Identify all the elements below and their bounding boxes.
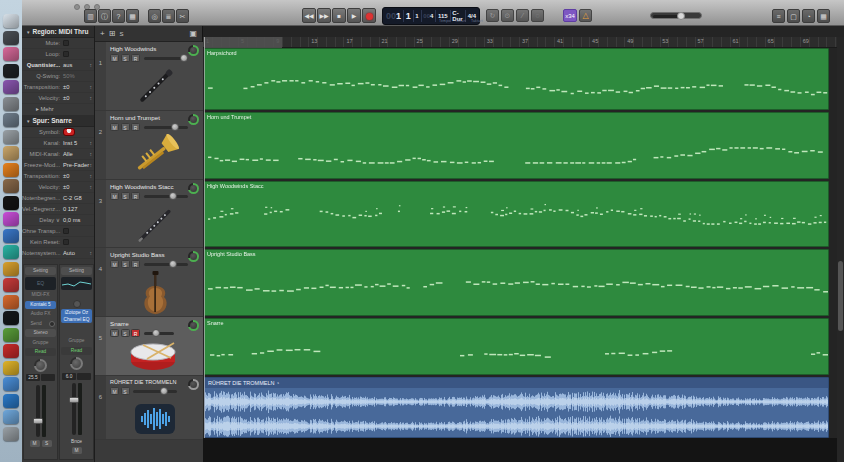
- dock-app-icon[interactable]: [3, 31, 19, 45]
- inspector-row[interactable]: Symbol:: [22, 127, 94, 138]
- region-harpsichord[interactable]: Harpsichord: [204, 48, 829, 110]
- volume-fader[interactable]: [36, 385, 40, 437]
- track-header-2[interactable]: 2 Horn und Trumpet M S R: [95, 111, 203, 180]
- inspector-row[interactable]: Notenbegren...C-2 G8: [22, 193, 94, 204]
- rewind-button[interactable]: ◀◀: [302, 8, 316, 23]
- fader-thumb[interactable]: [33, 418, 43, 424]
- solo-mode-icon[interactable]: ⁄: [516, 9, 529, 22]
- region-snarre[interactable]: Snarre: [204, 318, 829, 375]
- dock-app-icon[interactable]: [3, 196, 19, 210]
- checkbox[interactable]: [63, 40, 69, 46]
- dock-app-icon[interactable]: [3, 130, 19, 144]
- mute-button[interactable]: M: [110, 387, 119, 395]
- strip-solo-button[interactable]: S: [42, 440, 52, 447]
- track-name[interactable]: High Woodwinds Stacc: [106, 180, 184, 190]
- track-symbol-thumbnail[interactable]: [63, 128, 75, 136]
- group-slot[interactable]: Gruppe: [61, 337, 92, 345]
- inspector-row[interactable]: Mute:: [22, 38, 94, 49]
- track-pan-knob[interactable]: [188, 114, 199, 125]
- track-volume-slider[interactable]: [144, 57, 188, 60]
- dock-app-icon[interactable]: [3, 394, 19, 408]
- editors-icon[interactable]: ✂: [176, 9, 189, 23]
- dock-app-icon[interactable]: [3, 163, 19, 177]
- track-name[interactable]: Snarre: [106, 317, 184, 327]
- inspector-row[interactable]: Quantisier...aus↕: [22, 60, 94, 71]
- inspector-row[interactable]: Notensystem...Auto↕: [22, 248, 94, 259]
- dock-app-icon[interactable]: [3, 361, 19, 375]
- inspector-more-row[interactable]: ▸ Mehr: [22, 104, 94, 115]
- macos-dock[interactable]: [0, 0, 22, 462]
- setting-button[interactable]: Setting: [25, 267, 56, 275]
- record-enable-button[interactable]: R: [131, 329, 140, 337]
- stepper-icon[interactable]: ↕: [90, 250, 93, 256]
- dock-app-icon[interactable]: [3, 377, 19, 391]
- fader-thumb[interactable]: [69, 397, 79, 403]
- eq-display[interactable]: EQ: [25, 277, 56, 290]
- track-name[interactable]: Upright Studio Bass: [106, 248, 184, 258]
- close-button[interactable]: [74, 4, 80, 10]
- checkbox[interactable]: [63, 51, 69, 57]
- inspector-row-value[interactable]: 0 127: [63, 206, 78, 212]
- inspector-row[interactable]: MIDI-Kanal:Alle↕: [22, 149, 94, 160]
- inspector-row[interactable]: Q-Swing:50%: [22, 71, 94, 82]
- strip-mute-button[interactable]: M: [30, 440, 40, 447]
- inspector-row-value[interactable]: ±0: [63, 95, 69, 101]
- duplicate-track-button[interactable]: ⊞: [109, 29, 116, 38]
- dock-app-icon[interactable]: [3, 328, 19, 342]
- mute-button[interactable]: M: [110, 54, 119, 62]
- record-enable-button[interactable]: R: [131, 123, 140, 131]
- track-header-6[interactable]: 6 RÜHRET DIE TROMMELN M S: [95, 376, 203, 440]
- list-editors-icon[interactable]: ≡: [772, 9, 785, 23]
- track-pan-knob[interactable]: [188, 320, 199, 331]
- mute-button[interactable]: M: [110, 123, 119, 131]
- bar-ruler[interactable]: 15913172125293337414549535761656973: [203, 37, 844, 48]
- checkbox[interactable]: [63, 239, 69, 245]
- metronome-icon[interactable]: △: [579, 9, 592, 22]
- track-volume-slider[interactable]: [144, 126, 188, 129]
- region-horn-und-trumpet[interactable]: Horn und Trumpet: [204, 112, 829, 179]
- stepper-icon[interactable]: ↕: [90, 62, 93, 68]
- inspector-row[interactable]: Transposition:±0↕: [22, 171, 94, 182]
- inspector-row[interactable]: Kein Reset:: [22, 237, 94, 248]
- count-in-badge[interactable]: x34: [563, 9, 577, 22]
- record-button[interactable]: [362, 8, 376, 23]
- inspector-row[interactable]: Kanal:Inst 5↕: [22, 138, 94, 149]
- automation-mode-button[interactable]: Read: [25, 348, 56, 356]
- setting-button[interactable]: Setting: [61, 267, 92, 275]
- volume-fader[interactable]: [72, 383, 76, 435]
- dock-app-icon[interactable]: [3, 113, 19, 127]
- output-slot[interactable]: Stereo: [25, 329, 56, 337]
- inspector-row-value[interactable]: ±0: [63, 184, 69, 190]
- plugin-slot[interactable]: iZotope OzChannel EQ: [61, 309, 92, 323]
- volume-value[interactable]: 6.0: [62, 373, 76, 380]
- inspector-row[interactable]: Velocity:±0↕: [22, 93, 94, 104]
- eq-display[interactable]: [61, 277, 92, 290]
- instrument-slot[interactable]: Kontakt 5: [25, 301, 56, 309]
- region-audio-ruehret-die-trommeln[interactable]: RÜHRET DIE TROMMELN ◔: [204, 377, 829, 438]
- track-volume-slider[interactable]: [144, 332, 174, 335]
- group-slot[interactable]: Gruppe: [25, 339, 56, 347]
- send-knob[interactable]: [49, 321, 55, 327]
- stepper-icon[interactable]: ↕: [90, 184, 93, 190]
- apple-loops-icon[interactable]: ◔: [802, 9, 815, 23]
- inspector-icon[interactable]: ⓘ: [98, 9, 111, 23]
- inspector-row-value[interactable]: 0,0 ms: [63, 217, 80, 223]
- inspector-row-value[interactable]: Inst 5: [63, 140, 77, 146]
- dock-app-icon[interactable]: [3, 295, 19, 309]
- dock-app-icon[interactable]: [3, 344, 19, 358]
- dock-app-icon[interactable]: [3, 410, 19, 424]
- toolbar-icon[interactable]: ▦: [126, 9, 139, 23]
- mixer-icon[interactable]: ≣: [162, 9, 175, 23]
- track-inspector-header[interactable]: ▼Spur: Snarre: [22, 115, 94, 127]
- dock-app-icon[interactable]: [3, 262, 19, 276]
- track-header-1[interactable]: 1 High Woodwinds M S R: [95, 42, 203, 111]
- inspector-row-value[interactable]: 50%: [63, 73, 75, 79]
- master-volume-slider[interactable]: [650, 12, 702, 19]
- record-enable-button[interactable]: R: [131, 192, 140, 200]
- send-slot[interactable]: Send: [25, 320, 47, 328]
- track-volume-slider[interactable]: [144, 195, 188, 198]
- pan-knob[interactable]: [70, 357, 83, 370]
- library-icon[interactable]: ▥: [84, 9, 97, 23]
- add-track-button[interactable]: +: [100, 29, 105, 38]
- track-pan-knob[interactable]: [188, 251, 199, 262]
